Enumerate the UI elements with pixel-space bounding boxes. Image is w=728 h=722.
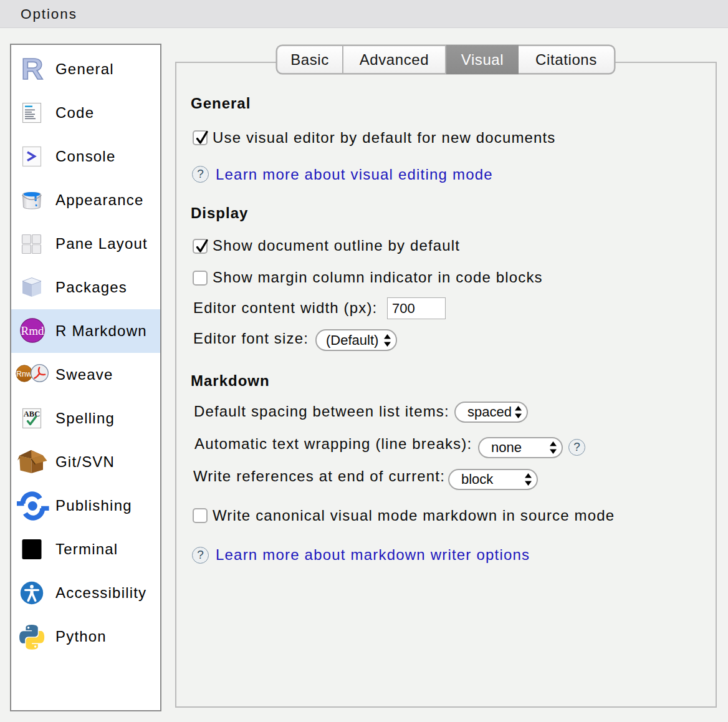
svg-text:Rmd: Rmd — [21, 324, 44, 337]
svg-text:ABC: ABC — [24, 410, 40, 418]
svg-text:Rnw: Rnw — [16, 370, 32, 378]
svg-text:R: R — [21, 52, 43, 85]
